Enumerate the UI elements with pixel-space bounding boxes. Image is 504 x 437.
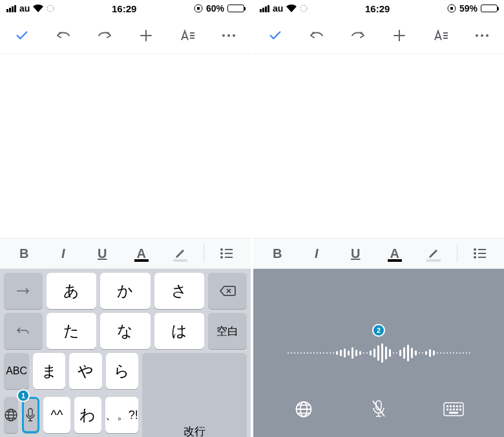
document-area[interactable] (253, 54, 504, 238)
add-button[interactable] (386, 23, 412, 48)
kana-key[interactable]: さ (154, 273, 204, 309)
loading-icon (300, 5, 308, 12)
undo-key[interactable] (4, 313, 43, 349)
more-button[interactable] (469, 23, 495, 48)
svg-point-3 (222, 34, 225, 37)
voice-input-panel: 2 (253, 269, 504, 437)
svg-point-4 (227, 34, 230, 37)
svg-rect-29 (459, 405, 461, 407)
svg-rect-32 (453, 409, 455, 410)
carrier-label: au (273, 3, 283, 14)
status-bar: au 16:29 60% (0, 0, 251, 17)
underline-button[interactable]: U (337, 240, 375, 266)
bold-button[interactable]: B (5, 240, 43, 266)
battery-pct: 60% (206, 3, 224, 14)
confirm-button[interactable] (262, 23, 288, 48)
mic-key[interactable] (22, 397, 39, 433)
kana-key[interactable]: か (100, 273, 150, 309)
kana-key[interactable]: な (100, 313, 150, 349)
bold-button[interactable]: B (258, 240, 297, 266)
italic-button[interactable]: I (298, 240, 336, 266)
waveform (253, 337, 504, 369)
italic-button[interactable]: I (45, 240, 83, 266)
svg-rect-33 (456, 409, 458, 410)
svg-point-15 (476, 34, 478, 37)
kana-key[interactable]: た (47, 313, 96, 349)
svg-point-16 (481, 34, 483, 37)
emoticon-key[interactable]: ^^ (43, 397, 70, 433)
text-color-button[interactable]: A (376, 240, 414, 266)
highlight-button[interactable] (415, 240, 453, 266)
wifi-icon (286, 5, 297, 12)
redo-button[interactable] (345, 23, 371, 48)
signal-icon (260, 5, 269, 12)
list-button[interactable] (461, 240, 499, 266)
globe-key[interactable] (4, 397, 18, 433)
text-format-button[interactable] (428, 23, 454, 48)
kana-key[interactable]: や (69, 353, 101, 389)
svg-rect-26 (450, 405, 452, 407)
svg-point-20 (474, 256, 476, 259)
kana-key[interactable]: あ (47, 273, 96, 309)
battery-icon (227, 5, 244, 12)
punct-key[interactable]: 、。?! (105, 397, 138, 433)
list-button[interactable] (208, 240, 246, 266)
clock: 16:29 (365, 3, 390, 14)
carrier-label: au (19, 3, 30, 14)
backspace-key[interactable] (208, 273, 247, 309)
separator (204, 244, 204, 262)
format-bar: B I U A (0, 238, 251, 269)
svg-point-7 (220, 252, 223, 255)
text-format-button[interactable] (174, 23, 200, 48)
svg-point-12 (300, 5, 307, 12)
keyboard: あ か さ た な は 空白 ABC ま や ら (0, 269, 251, 437)
orientation-lock-icon (194, 4, 203, 13)
app-toolbar (253, 17, 504, 54)
text-color-button[interactable]: A (123, 240, 161, 266)
globe-button[interactable] (291, 396, 317, 422)
space-key[interactable]: 空白 (208, 313, 247, 349)
svg-rect-28 (456, 405, 458, 407)
callout-badge-2: 2 (372, 324, 385, 337)
separator (457, 244, 457, 262)
abc-key[interactable]: ABC (4, 353, 29, 389)
add-button[interactable] (133, 23, 159, 48)
format-bar: B I U A (253, 238, 504, 269)
svg-rect-11 (28, 409, 32, 416)
clock: 16:29 (112, 3, 136, 14)
svg-point-6 (220, 248, 223, 251)
phone-right: au 16:29 59% B I (253, 0, 504, 437)
kana-key[interactable]: ま (33, 353, 65, 389)
kana-key[interactable]: わ (74, 397, 101, 433)
keyboard-button[interactable] (441, 396, 467, 422)
more-button[interactable] (216, 23, 242, 48)
signal-icon (6, 5, 16, 12)
loading-icon (47, 5, 54, 12)
kana-key[interactable]: は (154, 313, 204, 349)
underline-button[interactable]: U (83, 240, 121, 266)
undo-button[interactable] (50, 23, 76, 48)
battery-pct: 59% (459, 3, 478, 14)
svg-point-0 (47, 5, 54, 12)
mic-stop-button[interactable] (366, 396, 392, 422)
svg-rect-27 (453, 405, 455, 407)
svg-rect-35 (449, 412, 458, 414)
highlight-button[interactable] (162, 240, 200, 266)
svg-rect-14 (450, 7, 453, 10)
arrow-key[interactable] (4, 273, 43, 309)
redo-button[interactable] (92, 23, 118, 48)
svg-point-19 (474, 252, 476, 255)
undo-button[interactable] (304, 23, 330, 48)
callout-badge-1: 1 (17, 389, 30, 402)
confirm-button[interactable] (9, 23, 35, 48)
svg-rect-31 (450, 409, 452, 410)
battery-icon (481, 5, 498, 12)
svg-rect-2 (197, 7, 200, 10)
svg-point-17 (486, 34, 488, 37)
status-bar: au 16:29 59% (253, 0, 504, 17)
phone-left: au 16:29 60% B I (0, 0, 251, 437)
kana-key[interactable]: ら (106, 353, 138, 389)
svg-point-8 (220, 256, 223, 259)
return-key[interactable]: 改行 (142, 353, 247, 437)
document-area[interactable] (0, 54, 251, 238)
